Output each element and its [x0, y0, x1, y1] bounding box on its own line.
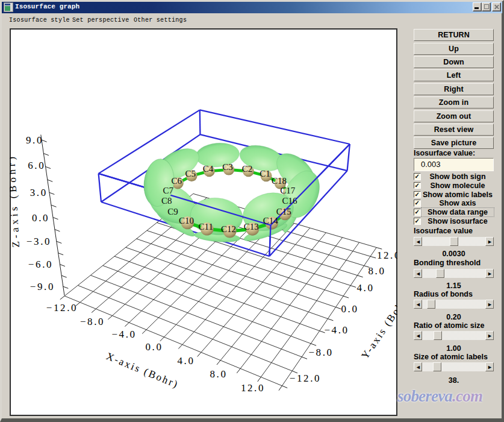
svg-text:−12.0: −12.0 [290, 373, 321, 384]
svg-text:−9.0: −9.0 [30, 281, 55, 292]
svg-text:C17: C17 [280, 186, 296, 195]
svg-text:C8: C8 [161, 196, 172, 206]
svg-text:12.0: 12.0 [241, 382, 265, 394]
svg-text:−8.0: −8.0 [80, 316, 105, 327]
svg-text:8.0: 8.0 [210, 368, 227, 380]
svg-text:C1: C1 [260, 169, 270, 178]
svg-text:8.0: 8.0 [368, 265, 385, 277]
svg-text:−4.0: −4.0 [324, 324, 349, 336]
svg-text:C10: C10 [179, 216, 194, 225]
svg-text:C16: C16 [282, 196, 297, 206]
svg-text:0.0: 0.0 [145, 341, 163, 353]
svg-text:0.0: 0.0 [341, 303, 358, 315]
svg-text:3.0: 3.0 [30, 187, 48, 198]
svg-text:C4: C4 [203, 164, 214, 174]
svg-text:C2: C2 [242, 164, 253, 174]
svg-text:C12: C12 [221, 224, 236, 234]
svg-text:−4.0: −4.0 [111, 329, 136, 340]
svg-text:C14: C14 [263, 216, 279, 225]
svg-text:−8.0: −8.0 [308, 347, 333, 358]
svg-text:4.0: 4.0 [177, 355, 194, 367]
svg-text:0.0: 0.0 [32, 212, 49, 224]
svg-text:6.0: 6.0 [28, 160, 45, 171]
svg-text:12.0: 12.0 [377, 250, 397, 261]
svg-text:C15: C15 [276, 207, 291, 216]
svg-text:C7: C7 [163, 186, 174, 195]
svg-text:C6: C6 [171, 176, 182, 186]
svg-text:4.0: 4.0 [356, 282, 374, 294]
svg-text:−3.0: −3.0 [26, 236, 51, 247]
svg-text:−12.0: −12.0 [46, 302, 78, 313]
svg-text:C9: C9 [167, 207, 178, 216]
svg-text:C11: C11 [199, 222, 213, 231]
svg-text:C3: C3 [222, 162, 233, 172]
svg-text:C18: C18 [272, 176, 287, 186]
svg-text:C13: C13 [244, 222, 259, 231]
svg-text:9.0: 9.0 [26, 134, 43, 146]
svg-text:C5: C5 [185, 169, 196, 178]
svg-text:−6.0: −6.0 [28, 259, 53, 270]
